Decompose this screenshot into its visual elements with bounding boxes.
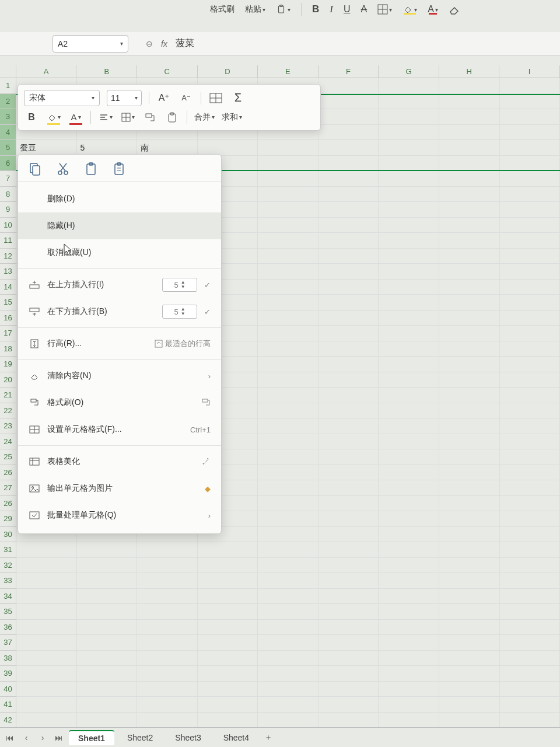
- clipboard-icon[interactable]: [164, 110, 180, 125]
- sheet-nav-first-icon[interactable]: ⏮: [4, 733, 16, 742]
- cell[interactable]: [318, 511, 379, 526]
- menu-unhide[interactable]: 取消隐藏(U): [18, 239, 221, 266]
- chevron-down-icon[interactable]: ▾: [120, 40, 123, 47]
- row-header[interactable]: 19: [0, 357, 16, 372]
- best-fit-icon[interactable]: 最适合的行高: [155, 338, 211, 349]
- cell[interactable]: [500, 573, 561, 588]
- cell[interactable]: [379, 78, 439, 93]
- cell[interactable]: [500, 341, 561, 357]
- cell[interactable]: [258, 589, 318, 604]
- cell[interactable]: [500, 465, 561, 480]
- cell[interactable]: [439, 171, 500, 186]
- cell[interactable]: [318, 171, 379, 186]
- cell[interactable]: [500, 388, 561, 403]
- cell[interactable]: [318, 682, 379, 697]
- cell[interactable]: [439, 295, 500, 310]
- cell[interactable]: [500, 589, 561, 604]
- cell[interactable]: [439, 496, 500, 511]
- cell[interactable]: [500, 140, 561, 155]
- sum-button[interactable]: 求和▾: [222, 110, 242, 125]
- cell[interactable]: [379, 666, 439, 681]
- cell[interactable]: [318, 357, 379, 372]
- cell[interactable]: [318, 542, 379, 557]
- sheet-nav-last-icon[interactable]: ⏭: [52, 733, 65, 742]
- cell[interactable]: [379, 233, 439, 248]
- menu-row-height[interactable]: 行高(R)... 最适合的行高: [18, 330, 221, 357]
- menu-beautify[interactable]: 表格美化: [18, 448, 221, 475]
- row-header[interactable]: 24: [0, 434, 16, 450]
- cell[interactable]: [318, 620, 379, 635]
- cell[interactable]: 5: [77, 140, 138, 155]
- cell[interactable]: [439, 280, 500, 295]
- cell[interactable]: [258, 280, 318, 295]
- cell[interactable]: [318, 527, 379, 542]
- row-header[interactable]: 34: [0, 589, 16, 605]
- cell[interactable]: [500, 713, 561, 728]
- cell[interactable]: [500, 109, 561, 124]
- cell[interactable]: [379, 280, 439, 295]
- cell[interactable]: [379, 635, 439, 650]
- cell[interactable]: [439, 635, 500, 650]
- italic-button[interactable]: I: [330, 4, 333, 15]
- cell[interactable]: [258, 449, 318, 465]
- cell[interactable]: [137, 713, 198, 728]
- row-header[interactable]: 20: [0, 372, 16, 388]
- column-header[interactable]: G: [379, 65, 439, 78]
- cell[interactable]: [258, 403, 318, 418]
- cell[interactable]: [258, 480, 318, 495]
- cell[interactable]: [500, 666, 561, 681]
- cell[interactable]: [16, 604, 77, 619]
- strike-button[interactable]: A: [361, 4, 368, 15]
- row-header[interactable]: 8: [0, 187, 16, 203]
- cell[interactable]: [439, 140, 500, 155]
- cell[interactable]: [258, 651, 318, 666]
- column-header[interactable]: H: [439, 65, 500, 78]
- row-header[interactable]: 26: [0, 496, 16, 512]
- cell[interactable]: [379, 511, 439, 526]
- cell[interactable]: [198, 666, 258, 681]
- cell[interactable]: [258, 295, 318, 310]
- cell[interactable]: [439, 434, 500, 449]
- row-header[interactable]: 22: [0, 403, 16, 419]
- cell[interactable]: [16, 635, 77, 650]
- borders-button[interactable]: ▾: [120, 110, 135, 125]
- cell[interactable]: [198, 651, 258, 666]
- cell[interactable]: [258, 140, 318, 155]
- bold-button[interactable]: B: [24, 110, 39, 125]
- cell[interactable]: [258, 573, 318, 588]
- menu-delete[interactable]: 删除(D): [18, 186, 221, 212]
- cell[interactable]: [77, 651, 138, 666]
- cell[interactable]: [318, 95, 379, 109]
- cell[interactable]: [439, 697, 500, 712]
- sheet-nav-next-icon[interactable]: ›: [36, 733, 49, 742]
- cell[interactable]: [439, 418, 500, 434]
- menu-insert-rows-above[interactable]: 在上方插入行(I) 5▲▼✓: [18, 271, 221, 298]
- cell[interactable]: [137, 697, 198, 712]
- cell[interactable]: [198, 635, 258, 650]
- cell[interactable]: [439, 604, 500, 619]
- cell[interactable]: [318, 589, 379, 604]
- cell[interactable]: [379, 403, 439, 418]
- cell[interactable]: [16, 682, 77, 697]
- paste-icon[interactable]: [85, 162, 97, 176]
- cell[interactable]: [77, 573, 138, 588]
- cell[interactable]: [318, 78, 379, 93]
- row-header[interactable]: 42: [0, 713, 16, 728]
- cancel-formula-icon[interactable]: ⊖: [146, 39, 153, 48]
- cell[interactable]: [379, 589, 439, 604]
- cell[interactable]: [258, 326, 318, 341]
- autosum-icon[interactable]: Σ: [230, 90, 246, 106]
- cell[interactable]: [379, 187, 439, 202]
- row-header[interactable]: 1: [0, 78, 16, 94]
- cell[interactable]: [137, 542, 198, 557]
- clipboard-icon[interactable]: ▾: [276, 4, 290, 15]
- cell[interactable]: [258, 697, 318, 712]
- row-header[interactable]: 6: [0, 156, 16, 172]
- cell[interactable]: [500, 295, 561, 310]
- sheet-tab[interactable]: Sheet3: [166, 731, 210, 745]
- cell[interactable]: [258, 620, 318, 635]
- cell[interactable]: [379, 388, 439, 403]
- cell[interactable]: [16, 558, 77, 573]
- cell[interactable]: [318, 372, 379, 388]
- cell[interactable]: [379, 140, 439, 155]
